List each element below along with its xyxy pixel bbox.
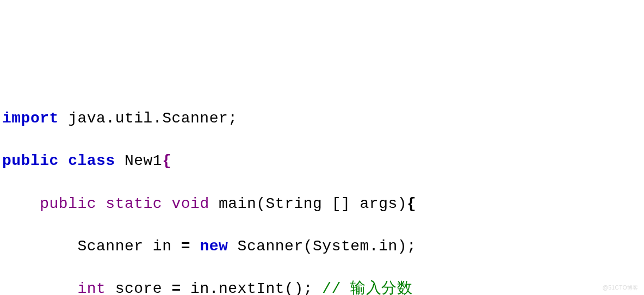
- method-main: main: [209, 195, 257, 212]
- code-line-2: public class New1{: [2, 150, 642, 171]
- code-line-4: Scanner in = new Scanner(System.in);: [2, 236, 642, 257]
- class-name: New1: [115, 152, 163, 169]
- code-line-3: public static void main(String [] args){: [2, 193, 642, 214]
- open-brace: {: [162, 152, 171, 169]
- nextint-call: in.nextInt();: [181, 280, 323, 295]
- keyword-void: void: [172, 195, 209, 212]
- assign-op: =: [171, 280, 181, 295]
- keyword-new: new: [190, 238, 228, 255]
- scanner-constructor: Scanner(System.in);: [228, 238, 416, 255]
- scanner-declaration: Scanner in: [77, 238, 181, 255]
- comment-input: // 输入分数: [322, 280, 412, 295]
- method-params: (String [] args): [256, 195, 407, 212]
- assign-op: =: [181, 238, 190, 255]
- package-name: java.util.Scanner;: [59, 110, 238, 127]
- code-editor: import java.util.Scanner; public class N…: [2, 87, 642, 295]
- keyword-int: int: [77, 280, 106, 295]
- keyword-public: public: [40, 195, 96, 212]
- keyword-static: static: [106, 195, 162, 212]
- keyword-public: public: [2, 152, 59, 169]
- code-line-5: int score = in.nextInt(); // 输入分数: [2, 278, 642, 295]
- open-brace: {: [407, 195, 416, 212]
- keyword-import: import: [2, 110, 59, 127]
- keyword-class: class: [68, 152, 115, 169]
- watermark: @51CTO博客: [603, 284, 639, 292]
- code-line-1: import java.util.Scanner;: [2, 108, 642, 129]
- var-score: score: [106, 280, 171, 295]
